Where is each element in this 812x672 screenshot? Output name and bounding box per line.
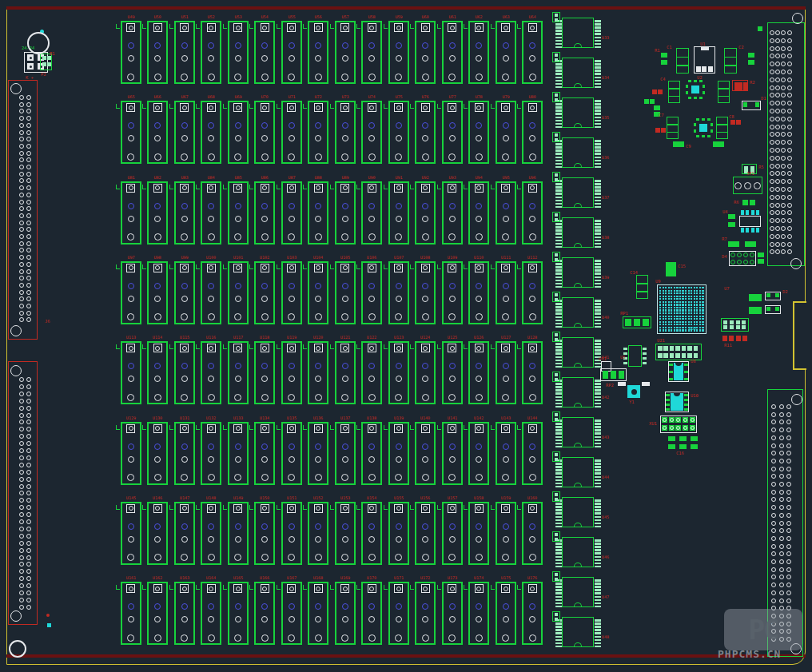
sip-component[interactable]: U154 [361,502,382,565]
sip-component[interactable]: U125 [442,341,463,404]
sip-component[interactable]: U135 [281,422,302,485]
sip-component[interactable]: U153 [335,502,356,565]
sip-component[interactable]: U81 [121,181,141,245]
sip-component[interactable]: U122 [361,341,382,404]
sip-component[interactable]: U68 [201,101,221,164]
sip-component[interactable]: U168 [308,582,328,645]
sip-component[interactable]: U84 [201,181,221,245]
sip-component[interactable]: U124 [415,341,436,404]
sip-component[interactable]: U150 [254,502,275,565]
sip-component[interactable]: U93 [442,181,463,245]
sip-component[interactable]: U140 [415,422,436,485]
sip-component[interactable]: U175 [496,582,516,645]
sip-component[interactable]: U102 [254,261,275,324]
sip-component[interactable]: U167 [281,582,302,645]
sip-component[interactable]: U98 [147,261,168,324]
sip-component[interactable]: U64 [522,21,543,84]
sip-component[interactable]: U57 [335,21,356,84]
sip-component[interactable]: U63 [496,21,516,84]
sip-component[interactable]: U123 [388,341,409,404]
sip-component[interactable]: U75 [388,101,409,164]
sip-component[interactable]: U147 [174,502,195,565]
sip-component[interactable]: U170 [361,582,382,645]
sip-component[interactable]: U141 [442,422,463,485]
sip-component[interactable]: U76 [415,101,436,164]
sip-component[interactable]: U114 [147,341,168,404]
sip-component[interactable]: U172 [415,582,436,645]
sip-component[interactable]: U165 [228,582,249,645]
sip-component[interactable]: U95 [496,181,516,245]
sip-component[interactable]: U71 [281,101,302,164]
sip-component[interactable]: U69 [228,101,249,164]
sip-component[interactable]: U144 [522,422,543,485]
sip-component[interactable]: U106 [361,261,382,324]
sip-component[interactable]: U80 [522,101,543,164]
sip-component[interactable]: U86 [254,181,275,245]
sip-component[interactable]: U83 [174,181,195,245]
sip-component[interactable]: U120 [308,341,328,404]
sip-component[interactable]: U112 [522,261,543,324]
sip-component[interactable]: U161 [121,582,141,645]
sip-component[interactable]: U169 [335,582,356,645]
sip-component[interactable]: U119 [281,341,302,404]
sip-component[interactable]: U107 [388,261,409,324]
sip-component[interactable]: U137 [335,422,356,485]
sip-component[interactable]: U50 [147,21,168,84]
sip-component[interactable]: U152 [308,502,328,565]
sip-component[interactable]: U115 [174,341,195,404]
sip-component[interactable]: U51 [174,21,195,84]
sip-component[interactable]: U149 [228,502,249,565]
sip-component[interactable]: U101 [228,261,249,324]
sip-component[interactable]: U113 [121,341,141,404]
sip-component[interactable]: U110 [468,261,489,324]
sip-component[interactable]: U100 [201,261,221,324]
sip-component[interactable]: U132 [201,422,221,485]
sip-component[interactable]: U174 [468,582,489,645]
sip-component[interactable]: U97 [121,261,141,324]
sip-component[interactable]: U52 [201,21,221,84]
sip-component[interactable]: U166 [254,582,275,645]
pcb-canvas[interactable]: U49U50U51U52U53U54U55U56U57U58U59U60U61U… [0,0,812,672]
sip-component[interactable]: U70 [254,101,275,164]
sip-component[interactable]: U73 [335,101,356,164]
sip-component[interactable]: U111 [496,261,516,324]
sip-component[interactable]: U126 [468,341,489,404]
sip-component[interactable]: U156 [415,502,436,565]
sip-component[interactable]: U89 [335,181,356,245]
sip-component[interactable]: U146 [147,502,168,565]
sip-component[interactable]: U109 [442,261,463,324]
sip-component[interactable]: U171 [388,582,409,645]
sip-component[interactable]: U134 [254,422,275,485]
sip-component[interactable]: U61 [442,21,463,84]
sip-component[interactable]: U66 [147,101,168,164]
sip-component[interactable]: U127 [496,341,516,404]
sip-component[interactable]: U59 [388,21,409,84]
sip-component[interactable]: U96 [522,181,543,245]
sip-component[interactable]: U129 [121,422,141,485]
sip-component[interactable]: U117 [228,341,249,404]
sip-component[interactable]: U158 [468,502,489,565]
sip-component[interactable]: U60 [415,21,436,84]
sip-component[interactable]: U65 [121,101,141,164]
sip-component[interactable]: U58 [361,21,382,84]
sip-component[interactable]: U55 [281,21,302,84]
sip-component[interactable]: U99 [174,261,195,324]
sip-component[interactable]: U157 [442,502,463,565]
sip-component[interactable]: U53 [228,21,249,84]
sip-component[interactable]: U79 [496,101,516,164]
sip-component[interactable]: U103 [281,261,302,324]
sip-component[interactable]: U82 [147,181,168,245]
sip-component[interactable]: U133 [228,422,249,485]
sip-component[interactable]: U49 [121,21,141,84]
sip-component[interactable]: U108 [415,261,436,324]
sip-component[interactable]: U131 [174,422,195,485]
sip-component[interactable]: U145 [121,502,141,565]
sip-component[interactable]: U128 [522,341,543,404]
sip-component[interactable]: U105 [335,261,356,324]
sip-component[interactable]: U118 [254,341,275,404]
sip-component[interactable]: U159 [496,502,516,565]
sip-component[interactable]: U160 [522,502,543,565]
sip-component[interactable]: U143 [496,422,516,485]
sip-component[interactable]: U176 [522,582,543,645]
sip-component[interactable]: U56 [308,21,328,84]
